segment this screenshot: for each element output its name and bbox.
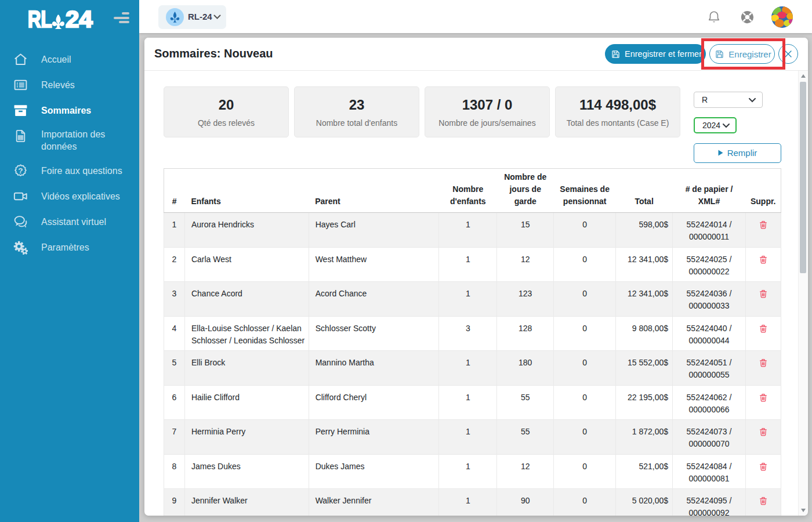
svg-text:?: ?: [18, 166, 23, 175]
